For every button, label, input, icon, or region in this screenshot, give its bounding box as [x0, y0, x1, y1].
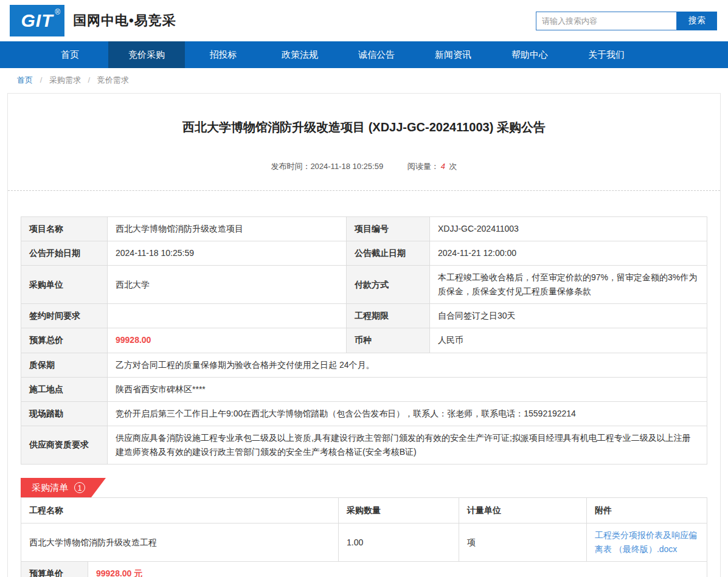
field-value: 竞价开启后第三个工作日上午9:00在西北大学博物馆踏勘（包含公告发布日），联系人…: [108, 401, 707, 426]
project-name-cell: 西北大学博物馆消防升级改造工程: [21, 523, 339, 562]
logo-text: GIT: [21, 10, 54, 31]
field-value: 本工程竣工验收合格后，付至审定价款的97%，留审定金额的3%作为质保金，质保金支…: [430, 266, 707, 304]
purchase-list-count-badge: 1: [74, 482, 85, 493]
nav-item-policies[interactable]: 政策法规: [262, 41, 338, 68]
field-label: 付款方式: [347, 266, 430, 304]
search-box: 搜索: [536, 12, 717, 30]
field-value: XDJJ-GC-202411003: [430, 217, 707, 241]
breadcrumb-procurement-demand[interactable]: 采购需求: [49, 75, 81, 85]
breadcrumb-home[interactable]: 首页: [17, 75, 33, 85]
table-row: 预算总价 99928.00 币种 人民币: [21, 328, 707, 353]
page-title: 西北大学博物馆消防升级改造项目 (XDJJ-GC-202411003) 采购公告: [8, 94, 720, 136]
table-row: 现场踏勘 竞价开启后第三个工作日上午9:00在西北大学博物馆踏勘（包含公告发布日…: [21, 401, 707, 426]
table-row: 供应商资质要求 供应商应具备消防设施工程专业承包二级及以上资质,具有建设行政主管…: [21, 426, 707, 464]
table-row: 公告开始日期 2024-11-18 10:25:59 公告截止日期 2024-1…: [21, 241, 707, 266]
main-nav: 首页 竞价采购 招投标 政策法规 诚信公告 新闻资讯 帮助中心 关于我们: [0, 41, 728, 68]
table-row: 西北大学博物馆消防升级改造工程 1.00 项 工程类分项报价表及响应偏离表 （最…: [21, 523, 707, 562]
nav-item-integrity-notices[interactable]: 诚信公告: [338, 41, 415, 68]
column-header: 采购数量: [339, 498, 459, 523]
field-label: 公告开始日期: [21, 241, 108, 266]
attachment-link[interactable]: 工程类分项报价表及响应偏离表 （最终版）.docx: [595, 530, 697, 554]
purchase-list-badge-label: 采购清单: [32, 482, 68, 494]
field-value: 自合同签订之日30天: [430, 304, 707, 328]
registered-trademark-icon: ®: [55, 8, 61, 16]
field-label: 预算单价: [21, 562, 88, 577]
breadcrumb-separator: /: [88, 75, 91, 85]
site-logo[interactable]: GIT ®: [10, 5, 64, 36]
unit-price-amount: 99928.00: [96, 568, 131, 577]
table-header-row: 工程名称 采购数量 计量单位 附件: [21, 498, 707, 523]
nav-item-bidding-procurement[interactable]: 竞价采购: [108, 41, 185, 68]
column-header: 计量单位: [459, 498, 587, 523]
nav-item-help-center[interactable]: 帮助中心: [491, 41, 568, 68]
field-label: 工程期限: [347, 304, 430, 328]
announcement-card: 西北大学博物馆消防升级改造项目 (XDJJ-GC-202411003) 采购公告…: [7, 93, 721, 577]
breadcrumb-separator: /: [40, 75, 43, 85]
table-row: 项目名称 西北大学博物馆消防升级改造项目 项目编号 XDJJ-GC-202411…: [21, 217, 707, 241]
field-label: 施工地点: [21, 377, 108, 401]
nav-item-about-us[interactable]: 关于我们: [568, 41, 645, 68]
field-value: [108, 304, 347, 328]
field-label: 供应商资质要求: [21, 426, 108, 464]
unit-price-value: 99928.00 元: [88, 562, 707, 577]
purchase-list-badge: 采购清单 1: [21, 478, 106, 497]
table-row: 施工地点 陕西省西安市碑林区****: [21, 377, 707, 401]
field-value: 乙方对合同工程的质量保修期为验收合格并交付使用之日起 24个月。: [108, 353, 707, 377]
field-label: 公告截止日期: [347, 241, 430, 266]
price-content-table: 预算单价 99928.00 元 工程内容 技术规格及服务： 1.消火栓及自动喷淋…: [21, 561, 707, 577]
purchase-list-section-header: 采购清单 1: [21, 478, 707, 497]
column-header: 附件: [587, 498, 707, 523]
publish-time-label: 发布时间：: [271, 162, 310, 171]
announcement-meta: 发布时间：2024-11-18 10:25:59 阅读量：4 次: [8, 161, 720, 191]
project-info-table: 项目名称 西北大学博物馆消防升级改造项目 项目编号 XDJJ-GC-202411…: [21, 216, 707, 465]
field-value: 人民币: [430, 328, 707, 353]
table-row: 采购单位 西北大学 付款方式 本工程竣工验收合格后，付至审定价款的97%，留审定…: [21, 266, 707, 304]
field-label: 质保期: [21, 353, 108, 377]
views-count: 4: [441, 162, 445, 171]
field-label: 签约时间要求: [21, 304, 108, 328]
breadcrumb: 首页 / 采购需求 / 竞价需求: [0, 68, 728, 91]
views-unit: 次: [449, 162, 457, 171]
top-header: GIT ® 国网中电•易竞采 搜索: [0, 0, 728, 41]
site-title: 国网中电•易竞采: [73, 12, 176, 30]
table-row: 质保期 乙方对合同工程的质量保修期为验收合格并交付使用之日起 24个月。: [21, 353, 707, 377]
field-label: 币种: [347, 328, 430, 353]
table-row: 签约时间要求 工程期限 自合同签订之日30天: [21, 304, 707, 328]
unit-cell: 项: [459, 523, 587, 562]
nav-item-news[interactable]: 新闻资讯: [415, 41, 491, 68]
field-value: 陕西省西安市碑林区****: [108, 377, 707, 401]
views-label: 阅读量：: [407, 162, 439, 171]
search-input[interactable]: [536, 12, 677, 30]
field-value: 2024-11-21 12:00:00: [430, 241, 707, 266]
field-value: 2024-11-18 10:25:59: [108, 241, 347, 266]
unit-price-suffix: 元: [134, 568, 142, 577]
nav-item-home[interactable]: 首页: [32, 41, 108, 68]
field-label: 采购单位: [21, 266, 108, 304]
field-label: 项目名称: [21, 217, 108, 241]
breadcrumb-bidding-demand[interactable]: 竞价需求: [97, 75, 129, 85]
column-header: 工程名称: [21, 498, 339, 523]
field-label: 项目编号: [347, 217, 430, 241]
search-button[interactable]: 搜索: [677, 12, 717, 30]
publish-time-value: 2024-11-18 10:25:59: [310, 162, 383, 171]
field-value: 供应商应具备消防设施工程专业承包二级及以上资质,具有建设行政主管部门颁发的有效的…: [108, 426, 707, 464]
field-label: 预算总价: [21, 328, 108, 353]
field-label: 现场踏勘: [21, 401, 108, 426]
field-value: 西北大学: [108, 266, 347, 304]
table-row: 预算单价 99928.00 元: [21, 562, 707, 577]
budget-total-value: 99928.00: [108, 328, 347, 353]
field-value: 西北大学博物馆消防升级改造项目: [108, 217, 347, 241]
nav-item-tendering[interactable]: 招投标: [185, 41, 262, 68]
quantity-cell: 1.00: [339, 523, 459, 562]
purchase-list-table: 工程名称 采购数量 计量单位 附件 西北大学博物馆消防升级改造工程 1.00 项…: [21, 497, 707, 562]
